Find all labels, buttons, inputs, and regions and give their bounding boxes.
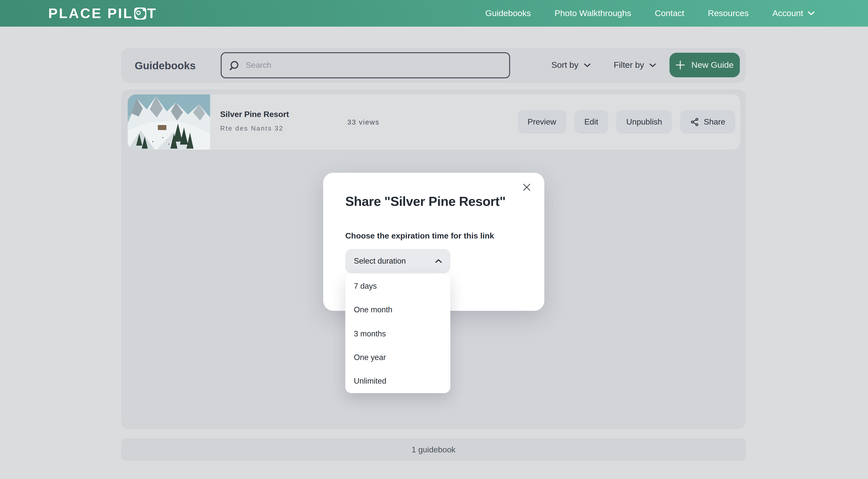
app-root: PLACE PIL T Guidebooks Photo Walkthrough… — [0, 0, 868, 479]
share-icon — [690, 117, 700, 126]
new-guide-label: New Guide — [691, 60, 734, 70]
unpublish-label: Unpublish — [626, 117, 662, 126]
search-icon — [229, 60, 239, 71]
guidebook-thumbnail[interactable] — [128, 94, 210, 150]
main-nav: Guidebooks Photo Walkthroughs Contact Re… — [485, 8, 868, 18]
unpublish-button[interactable]: Unpublish — [616, 110, 672, 134]
filter-by-dropdown[interactable]: Filter by — [614, 48, 656, 83]
guidebook-count: 1 guidebook — [412, 445, 455, 454]
close-button[interactable] — [519, 180, 534, 195]
guidebooks-toolbar: Guidebooks Sort by Filter by New Guide — [121, 48, 746, 83]
duration-option-7-days[interactable]: 7 days — [345, 274, 450, 298]
edit-label: Edit — [584, 117, 598, 126]
duration-select-label: Select duration — [354, 256, 406, 266]
nav-item-resources[interactable]: Resources — [708, 8, 749, 18]
duration-options-menu: 7 days One month 3 months One year Unlim… — [345, 274, 450, 393]
duration-option-unlimited[interactable]: Unlimited — [345, 369, 450, 393]
chevron-down-icon — [808, 11, 815, 15]
guidebook-card: Silver Pine Resort Rte des Nants 32 33 v… — [128, 94, 740, 150]
chevron-down-icon — [650, 63, 656, 67]
camera-lens-icon — [134, 7, 146, 19]
filter-by-label: Filter by — [614, 60, 644, 70]
place-pilot-logo[interactable]: PLACE PIL T — [48, 6, 157, 20]
top-nav-bar: PLACE PIL T Guidebooks Photo Walkthrough… — [0, 0, 868, 27]
preview-button[interactable]: Preview — [518, 110, 566, 134]
duration-option-one-year[interactable]: One year — [345, 345, 450, 369]
chevron-up-icon — [435, 259, 442, 263]
account-label: Account — [772, 8, 803, 18]
edit-button[interactable]: Edit — [574, 110, 608, 134]
expiration-prompt: Choose the expiration time for this link — [345, 232, 494, 240]
search-box[interactable] — [221, 52, 510, 78]
nav-item-guidebooks[interactable]: Guidebooks — [485, 8, 531, 18]
new-guide-button[interactable]: New Guide — [670, 53, 740, 77]
sort-by-label: Sort by — [551, 60, 579, 70]
chevron-down-icon — [584, 63, 591, 67]
plus-icon — [676, 60, 685, 70]
nav-item-contact[interactable]: Contact — [655, 8, 684, 18]
logo-text-right: T — [147, 6, 157, 20]
sort-by-dropdown[interactable]: Sort by — [551, 48, 591, 83]
duration-select[interactable]: Select duration — [345, 249, 450, 273]
account-menu[interactable]: Account — [772, 8, 815, 18]
logo-text-left: PLACE PIL — [48, 6, 133, 20]
duration-option-one-month[interactable]: One month — [345, 298, 450, 322]
close-icon — [522, 182, 531, 193]
page-title: Guidebooks — [135, 60, 196, 72]
guidebook-views-count: 33 views — [347, 118, 379, 126]
guidebook-title: Silver Pine Resort — [220, 110, 289, 119]
preview-label: Preview — [527, 117, 556, 126]
share-button[interactable]: Share — [680, 110, 735, 134]
guidebook-actions: Preview Edit Unpublish Share — [518, 110, 735, 134]
share-label: Share — [704, 117, 725, 126]
ski-resort-photo — [128, 94, 210, 150]
results-summary-bar: 1 guidebook — [121, 438, 746, 461]
modal-title: Share "Silver Pine Resort" — [345, 194, 506, 209]
search-input[interactable] — [245, 60, 502, 70]
duration-option-3-months[interactable]: 3 months — [345, 322, 450, 346]
nav-item-photo-walkthroughs[interactable]: Photo Walkthroughs — [555, 8, 631, 18]
guidebook-address: Rte des Nants 32 — [220, 125, 283, 132]
